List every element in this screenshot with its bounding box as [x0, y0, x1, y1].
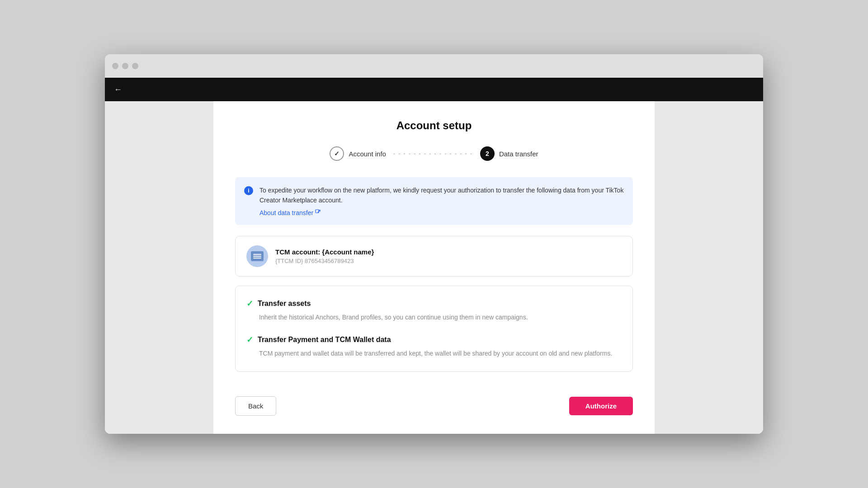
step-2-label: Data transfer — [499, 150, 538, 158]
about-data-transfer-link[interactable]: About data transfer — [259, 209, 321, 216]
account-card: TCM account: {Account name} {TTCM ID} 87… — [235, 236, 633, 277]
step-1: ✓ Account info — [330, 146, 386, 161]
title-bar — [105, 54, 763, 78]
step-1-circle: ✓ — [330, 146, 344, 161]
info-box: i To expedite your workflow on the new p… — [235, 177, 633, 225]
back-button[interactable]: Back — [235, 396, 276, 416]
authorize-button[interactable]: Authorize — [569, 397, 633, 415]
step-divider: - - - - - - - - - - - - - - - - — [393, 150, 473, 157]
stepper: ✓ Account info - - - - - - - - - - - - -… — [235, 146, 633, 161]
step-2-number: 2 — [486, 150, 489, 157]
info-icon: i — [244, 186, 253, 195]
account-id: {TTCM ID} 876543456789423 — [275, 258, 374, 264]
avatar-line-2 — [253, 256, 261, 257]
account-name: TCM account: {Account name} — [275, 248, 374, 256]
external-link-icon — [315, 209, 321, 216]
avatar-line-1 — [253, 254, 261, 255]
traffic-light-close[interactable] — [112, 63, 118, 69]
step-1-icon: ✓ — [334, 150, 340, 157]
step-2: 2 Data transfer — [480, 146, 538, 161]
page-title: Account setup — [235, 119, 633, 132]
transfer-item-1-title: ✓ Transfer assets — [246, 299, 622, 309]
svg-rect-0 — [316, 210, 319, 213]
traffic-light-maximize[interactable] — [132, 63, 138, 69]
footer-buttons: Back Authorize — [235, 385, 633, 416]
transfer-item-1-label: Transfer assets — [258, 300, 311, 308]
avatar-line-3 — [253, 258, 261, 258]
traffic-light-minimize[interactable] — [122, 63, 128, 69]
nav-bar: ← — [105, 78, 763, 101]
transfer-item-2-title: ✓ Transfer Payment and TCM Wallet data — [246, 335, 622, 345]
content-area: Account setup ✓ Account info - - - - - -… — [105, 101, 763, 434]
account-avatar-icon — [251, 251, 264, 261]
account-details: TCM account: {Account name} {TTCM ID} 87… — [275, 248, 374, 264]
info-link-label: About data transfer — [259, 209, 313, 216]
transfer-item-2-check-icon: ✓ — [246, 335, 253, 345]
step-1-label: Account info — [349, 150, 386, 158]
info-content: To expedite your workflow on the new pla… — [259, 185, 624, 217]
transfer-item-1-desc: Inherit the historical Anchors, Brand pr… — [246, 312, 622, 322]
info-text: To expedite your workflow on the new pla… — [259, 185, 624, 206]
transfer-item-2-desc: TCM payment and wallet data will be tran… — [246, 348, 622, 358]
transfer-item-1-check-icon: ✓ — [246, 299, 253, 309]
main-content: Account setup ✓ Account info - - - - - -… — [213, 101, 655, 434]
left-panel — [105, 101, 213, 434]
transfer-item-2: ✓ Transfer Payment and TCM Wallet data T… — [246, 335, 622, 358]
transfer-item-2-label: Transfer Payment and TCM Wallet data — [258, 336, 391, 344]
app-window: ← Account setup ✓ Account info - - - - -… — [105, 54, 763, 434]
account-avatar — [246, 245, 268, 267]
transfer-section: ✓ Transfer assets Inherit the historical… — [235, 286, 633, 372]
right-panel — [655, 101, 763, 434]
transfer-item-1: ✓ Transfer assets Inherit the historical… — [246, 299, 622, 322]
step-2-circle: 2 — [480, 146, 495, 161]
nav-back-button[interactable]: ← — [114, 85, 122, 94]
